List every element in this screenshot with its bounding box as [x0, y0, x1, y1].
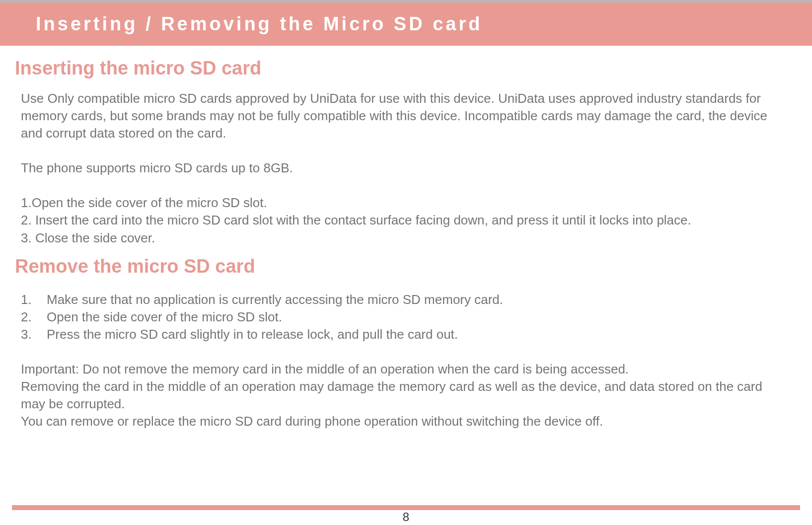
list-item: 1. Make sure that no application is curr… [21, 291, 797, 308]
section-heading-remove: Remove the micro SD card [15, 256, 797, 277]
inserting-step-2: 2. Insert the card into the micro SD car… [21, 212, 787, 229]
list-number: 1. [21, 291, 32, 308]
section-heading-inserting: Inserting the micro SD card [15, 58, 797, 79]
list-item: 3. Press the micro SD card slightly in t… [21, 326, 797, 343]
remove-steps-list: 1. Make sure that no application is curr… [15, 291, 797, 343]
page-title: Inserting / Removing the Micro SD card [36, 13, 812, 35]
list-text: Press the micro SD card slightly in to r… [47, 327, 458, 342]
page-number: 8 [0, 510, 812, 524]
inserting-step-1: 1.Open the side cover of the micro SD sl… [21, 194, 787, 212]
footer-divider [12, 505, 800, 510]
list-text: Make sure that no application is current… [47, 292, 503, 307]
page-content: Inserting the micro SD card Use Only com… [0, 46, 812, 430]
header-bar: Inserting / Removing the Micro SD card [0, 2, 812, 46]
inserting-paragraph-1: Use Only compatible micro SD cards appro… [21, 90, 787, 142]
list-item: 2. Open the side cover of the micro SD s… [21, 308, 797, 326]
inserting-body: Use Only compatible micro SD cards appro… [15, 90, 797, 247]
inserting-step-3: 3. Close the side cover. [21, 229, 787, 247]
list-number: 3. [21, 326, 32, 343]
list-text: Open the side cover of the micro SD slot… [47, 309, 282, 324]
remove-notes: Important: Do not remove the memory card… [15, 361, 797, 430]
inserting-paragraph-2: The phone supports micro SD cards up to … [21, 159, 787, 177]
list-number: 2. [21, 308, 32, 326]
remove-note-1: Important: Do not remove the memory card… [21, 361, 787, 378]
remove-note-2: Removing the card in the middle of an op… [21, 378, 787, 413]
remove-note-3: You can remove or replace the micro SD c… [21, 413, 787, 430]
